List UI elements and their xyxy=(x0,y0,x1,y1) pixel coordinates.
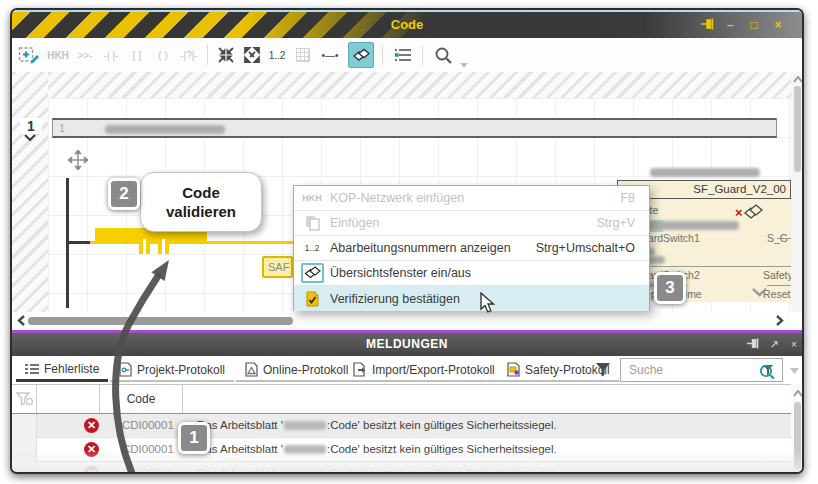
search-box xyxy=(620,358,783,382)
document-icon xyxy=(119,362,132,377)
close-panel-icon[interactable]: × xyxy=(786,337,802,352)
message-text-suffix: :Code' besitzt kein gültiges Sicherheits… xyxy=(327,419,557,431)
titlebar[interactable]: Code – □ × xyxy=(12,12,802,38)
verification-invalid-icon: × xyxy=(735,202,765,221)
fb-output-label: Safety xyxy=(763,269,791,281)
close-button[interactable]: × xyxy=(769,17,787,33)
contact-gap xyxy=(143,239,146,245)
highlighted-rung[interactable] xyxy=(90,241,293,244)
canvas-margin-left xyxy=(12,72,48,312)
zoom-icon[interactable] xyxy=(430,42,456,68)
scroll-up-icon[interactable] xyxy=(793,76,803,83)
tab-online-protokoll[interactable]: Online-Protokoll xyxy=(236,359,357,382)
function-box-icon[interactable]: [ ] xyxy=(125,42,149,68)
overview-window-icon xyxy=(294,263,330,283)
bottom-fade xyxy=(12,450,802,474)
scrollbar-thumb[interactable] xyxy=(794,86,801,172)
coil-icon[interactable]: ( ) xyxy=(151,42,175,68)
fb-pin-line xyxy=(777,238,791,239)
tab-label: Projekt-Protokoll xyxy=(137,363,225,377)
scroll-up-icon[interactable] xyxy=(793,390,803,397)
maximize-button[interactable]: □ xyxy=(745,17,763,33)
tab-label: Online-Protokoll xyxy=(263,363,348,377)
messages-panel-titlebar[interactable]: MELDUNGEN ↗ × xyxy=(12,333,802,356)
rung-line xyxy=(66,241,92,244)
add-network-button[interactable] xyxy=(16,42,42,68)
safety-document-icon xyxy=(507,362,520,377)
severity-column-header[interactable] xyxy=(37,385,100,413)
svg-text:×: × xyxy=(735,205,743,220)
code-window: Code – □ × HKH >>- -| |- [ ] ( ) -|?|- xyxy=(10,8,804,474)
pin-icon[interactable] xyxy=(746,337,762,352)
clear-filter-icon xyxy=(16,392,33,406)
network-header-number: 1 xyxy=(59,122,65,134)
menu-item-label: Übersichtsfenster ein/aus xyxy=(330,266,635,280)
menu-item-abarbeitungsnummern[interactable]: 1..2 Abarbeitungsnummern anzeigen Strg+U… xyxy=(294,236,649,261)
menu-item-einfuegen[interactable]: Einfügen Strg+V xyxy=(294,211,649,236)
connection-icon[interactable]: •—• xyxy=(316,42,344,68)
menu-item-label: KOP-Netzwerk einfügen xyxy=(330,191,620,205)
network-number[interactable]: 1 xyxy=(20,118,42,134)
messages-panel-title: MELDUNGEN xyxy=(12,333,802,356)
execution-list-icon[interactable] xyxy=(390,42,416,68)
search-input[interactable] xyxy=(627,361,752,379)
hkh-icon: HKH xyxy=(294,193,330,203)
message-row[interactable]: ✕ CDI00001 Das Arbeitsblatt ':Code' besi… xyxy=(12,414,802,438)
fb-pin-line xyxy=(767,285,791,286)
canvas-margin-top xyxy=(48,72,791,98)
tab-label: Import/Export-Protokoll xyxy=(372,363,495,377)
contact-symbol[interactable] xyxy=(146,228,150,254)
numbering-icon[interactable]: 1..2 xyxy=(264,42,290,68)
tab-fehlerliste[interactable]: Fehlerliste xyxy=(16,359,108,382)
row-marker-cell xyxy=(12,414,37,438)
move-cursor-icon xyxy=(68,150,88,170)
scroll-left-icon[interactable] xyxy=(17,315,25,326)
pin-icon[interactable] xyxy=(700,17,718,33)
menu-item-kop-netzwerk-einfuegen[interactable]: HKH KOP-Netzwerk einfügen F8 xyxy=(294,186,649,211)
chevron-down-icon[interactable] xyxy=(790,368,799,374)
kop-network-icon[interactable]: HKH xyxy=(45,42,71,68)
compare-contact-icon[interactable]: -|?|- xyxy=(175,42,203,68)
messages-table-header: Code xyxy=(12,384,802,414)
scroll-right-icon[interactable] xyxy=(776,315,784,326)
variable-box[interactable]: SAF xyxy=(262,256,293,278)
canvas-horizontal-scrollbar[interactable] xyxy=(12,312,791,328)
network-collapse-chevron-icon[interactable] xyxy=(24,134,36,141)
expand-all-icon[interactable] xyxy=(240,42,264,68)
toolbar-separator xyxy=(207,45,208,65)
error-icon: ✕ xyxy=(84,418,99,433)
menu-item-verifizierung-bestaetigen[interactable]: Verifizierung bestätigen xyxy=(294,286,649,311)
redacted-instance-name xyxy=(650,168,760,177)
search-filter-icon[interactable] xyxy=(759,363,777,379)
filter-column-header[interactable] xyxy=(12,385,37,413)
paste-icon xyxy=(294,215,330,231)
collapse-all-icon[interactable] xyxy=(214,42,238,68)
menu-item-shortcut: Strg+Umschalt+O xyxy=(536,241,649,255)
filter-icon[interactable] xyxy=(595,362,611,377)
scrollbar-thumb[interactable] xyxy=(28,317,293,325)
message-code: CDI00001 xyxy=(122,419,174,431)
fb-chevron-down-icon[interactable] xyxy=(752,288,767,297)
toolbar-separator xyxy=(422,45,423,65)
menu-item-uebersichtsfenster[interactable]: Übersichtsfenster ein/aus xyxy=(294,261,649,286)
document-warning-icon xyxy=(245,362,258,377)
tab-label: Fehlerliste xyxy=(44,362,99,376)
toolbar-separator xyxy=(382,45,383,65)
contact-icon[interactable]: -| |- xyxy=(99,42,123,68)
step-badge-1: 1 xyxy=(178,422,210,454)
window-title: Code xyxy=(12,12,802,38)
contact-gap xyxy=(162,239,165,245)
overview-window-button[interactable] xyxy=(348,42,374,68)
document-arrows-icon xyxy=(353,362,367,377)
code-column-header[interactable]: Code xyxy=(100,385,183,413)
branch-icon[interactable]: >>- xyxy=(73,42,97,68)
tab-projekt-protokoll[interactable]: Projekt-Protokoll xyxy=(110,359,234,382)
network-header[interactable]: 1 xyxy=(52,118,777,138)
popout-icon[interactable]: ↗ xyxy=(766,337,782,352)
tab-import-export-protokoll[interactable]: Import/Export-Protokoll xyxy=(344,359,504,382)
list-icon xyxy=(25,363,39,375)
menu-item-shortcut: F8 xyxy=(620,191,649,205)
grid-icon[interactable] xyxy=(292,42,314,68)
minimize-button[interactable]: – xyxy=(721,17,739,33)
canvas-vertical-scrollbar[interactable] xyxy=(791,72,804,312)
